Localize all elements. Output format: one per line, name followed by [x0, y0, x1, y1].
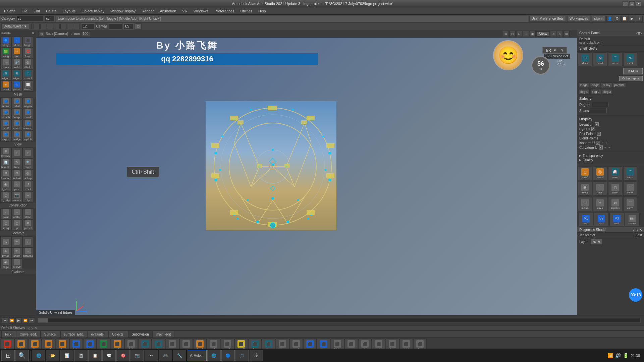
- vp-icon8[interactable]: ⊞: [564, 31, 570, 37]
- network-tray-icon[interactable]: 📶: [607, 353, 613, 358]
- tl-btn1[interactable]: ⏮: [2, 317, 8, 323]
- zoom-input[interactable]: [81, 23, 95, 29]
- sign-in-btn[interactable]: Sign In: [592, 16, 606, 22]
- tgnp-tool[interactable]: ◉tg npc: [0, 181, 11, 191]
- r2-icon6[interactable]: [67, 24, 73, 29]
- shelf-left-btn[interactable]: ◁: [28, 326, 30, 330]
- shdoff-icon[interactable]: ◻ shdoff: [578, 166, 592, 180]
- ls-input[interactable]: [123, 23, 133, 29]
- r2-icon1[interactable]: [34, 24, 40, 29]
- sareyt-icon[interactable]: ◻ sareyt: [608, 182, 622, 196]
- tl-btn3[interactable]: ▶: [15, 317, 21, 323]
- hcrver-icon[interactable]: ⌒ hcrver: [593, 182, 607, 196]
- nrbns-tool[interactable]: 🔵nrbns: [0, 98, 11, 108]
- back-button[interactable]: BACK: [623, 68, 643, 74]
- close-btn[interactable]: ✕: [636, 1, 641, 6]
- diag-btn1[interactable]: ◁: [633, 228, 635, 232]
- lookat-tool[interactable]: 👁look at: [11, 170, 22, 180]
- tl-btn5[interactable]: ⏭: [29, 317, 35, 323]
- vp-icon2[interactable]: ◻: [509, 31, 516, 37]
- taskbar-btn7[interactable]: 🎯: [116, 350, 130, 361]
- extract-tool[interactable]: ⤴ extract: [22, 70, 33, 80]
- tp-tool[interactable]: ◻tp: [11, 220, 22, 230]
- back-btn[interactable]: ◁: [38, 31, 44, 36]
- bevel-tool[interactable]: ◈ bevel: [0, 81, 11, 92]
- r2-icon7[interactable]: [74, 24, 80, 29]
- taskbar-btn9[interactable]: ✒: [145, 350, 158, 361]
- vp-icon3[interactable]: ⊡: [516, 31, 522, 37]
- taskbar-btn5[interactable]: 📋: [88, 350, 102, 361]
- deg3-sub[interactable]: deg 3: [602, 89, 613, 95]
- quality-row[interactable]: ▶ Quality: [579, 158, 642, 162]
- category-input[interactable]: [16, 16, 43, 22]
- r2-icon3[interactable]: [47, 24, 53, 29]
- mstch-tool[interactable]: 🔵mstch: [11, 120, 22, 130]
- vp-icon4[interactable]: □: [523, 31, 529, 37]
- cp-icon1[interactable]: ◁: [636, 31, 639, 35]
- toolbar-icon5[interactable]: ⟩: [636, 16, 643, 22]
- curvw2-icon[interactable]: ⌒ curvw: [623, 182, 637, 196]
- shelf-tab-surfaceedit[interactable]: surface_Edit.: [60, 331, 87, 338]
- cp-icon2[interactable]: ▷: [639, 31, 642, 35]
- layer-dropdown-btn[interactable]: None: [590, 239, 602, 245]
- menu-item-preferences[interactable]: Preferences: [212, 8, 237, 14]
- sound-tray-icon[interactable]: 🔊: [615, 353, 621, 358]
- shelf-tab-pick[interactable]: Pick.: [1, 331, 16, 338]
- cvcrvtr-tool[interactable]: ⌒cvcrvtr: [11, 258, 22, 269]
- fhole-tool[interactable]: ⭕ fhole: [22, 48, 33, 58]
- point-tool[interactable]: ·point: [0, 208, 11, 219]
- toolbar-icon3[interactable]: 📋: [621, 16, 628, 22]
- setnp-tool[interactable]: ◎set np: [22, 170, 33, 180]
- plane-tool[interactable]: ▭plane: [22, 208, 33, 219]
- edit-points-checkbox[interactable]: ✓: [597, 132, 601, 136]
- menu-item-animation[interactable]: Animation: [157, 8, 179, 14]
- degree-input[interactable]: [592, 102, 608, 107]
- sd-ext-tool[interactable]: 🔹 sd ext: [11, 37, 22, 47]
- diag-btn3[interactable]: ✕: [639, 228, 642, 232]
- menu-item-help[interactable]: Help: [256, 8, 269, 14]
- curvw-icon[interactable]: ⌒ curvw: [623, 166, 637, 180]
- nrcoll-tool[interactable]: 🔵nrcoll: [22, 109, 33, 119]
- taskbar-btn13[interactable]: 🔵: [221, 350, 235, 361]
- shelf-close-btn[interactable]: ✕: [34, 326, 37, 330]
- minimize-btn[interactable]: ─: [623, 1, 628, 6]
- view-tool2[interactable]: ◻: [11, 147, 22, 158]
- taskbar-btn15[interactable]: 冷: [250, 350, 263, 361]
- menu-item-utilities[interactable]: Utilities: [238, 8, 255, 14]
- lookand-tool[interactable]: 👁lookand: [0, 170, 11, 180]
- menu-item-render[interactable]: Render: [139, 8, 156, 14]
- tl-btn4[interactable]: ⏩: [22, 317, 28, 323]
- menu-item-file[interactable]: File: [19, 8, 30, 14]
- mroff-tool[interactable]: 🔵mroff: [0, 120, 11, 130]
- canvas-input[interactable]: [109, 23, 122, 29]
- diag-btn2[interactable]: ▷: [636, 228, 639, 232]
- sdcg-tool[interactable]: ◻sd cg: [0, 220, 11, 230]
- cut-tool[interactable]: ✂ cut: [11, 48, 22, 58]
- shelf-tab-subdivision[interactable]: Subdivision: [128, 331, 153, 338]
- maximize-btn[interactable]: □: [629, 1, 635, 6]
- deviation-checkbox[interactable]: ✓: [595, 122, 599, 126]
- nrmrpr-tool[interactable]: 🔵nrmrpr: [11, 109, 22, 119]
- search-btn[interactable]: 🔍: [15, 350, 29, 361]
- tl-btn2[interactable]: ⏪: [9, 317, 15, 323]
- alignc-tool[interactable]: ⊡ alignc: [0, 70, 11, 80]
- menu-item-delete[interactable]: Delete: [43, 8, 59, 14]
- taskbar-btn14[interactable]: 🎵: [235, 350, 249, 361]
- nwcam-tool[interactable]: 📷nwcam: [11, 192, 22, 202]
- isoparm-checkbox[interactable]: ✓: [596, 141, 600, 145]
- ls-btn[interactable]: □: [135, 23, 142, 29]
- menu-item-windowdisplay[interactable]: WindowDisplay: [108, 8, 138, 14]
- toolbar-icon4[interactable]: ▶: [629, 16, 635, 22]
- locator-tool3[interactable]: ◻: [22, 236, 33, 247]
- aligns-tool[interactable]: ⊠ aligns: [11, 70, 22, 80]
- prev-tool[interactable]: ◁prev: [11, 181, 22, 191]
- mulcol-icon[interactable]: 🎨 mulcol: [593, 166, 607, 180]
- vist1-icon[interactable]: V1 vist1: [579, 213, 593, 226]
- menu-item-objectdisplay[interactable]: ObjectDisplay: [79, 8, 107, 14]
- isoang-icon[interactable]: ◉ isoang: [578, 182, 592, 196]
- menu-item-layouts[interactable]: Layouts: [60, 8, 78, 14]
- r2-icon2[interactable]: [40, 24, 46, 29]
- parallel-btn[interactable]: parallel: [613, 82, 626, 88]
- taskbar-btn3[interactable]: 📊: [60, 350, 73, 361]
- scroll-icon[interactable]: ⊠ scroll: [593, 52, 607, 66]
